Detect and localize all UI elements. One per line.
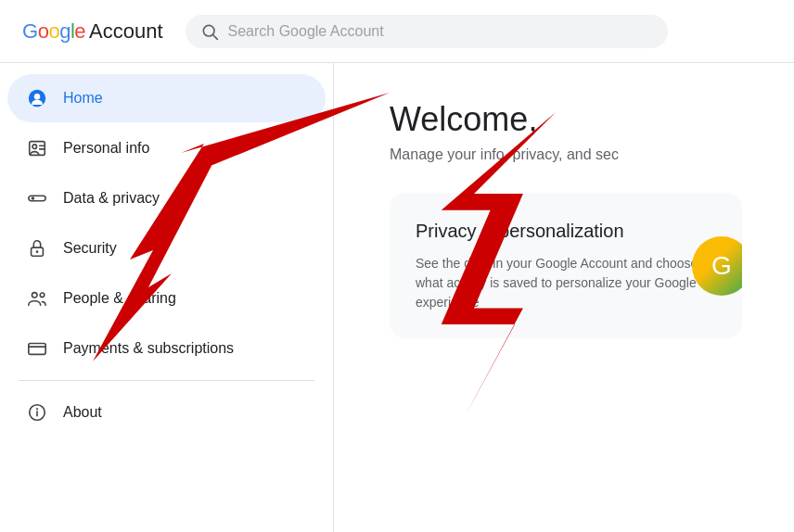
app-container: Google Account xyxy=(0,0,794,532)
sidebar-item-data-privacy-label: Data & privacy xyxy=(63,190,160,207)
sidebar-item-payments[interactable]: Payments & subscriptions xyxy=(7,324,326,373)
main-content: Welcome, Manage your info, privacy, and … xyxy=(334,63,794,532)
sidebar-item-payments-label: Payments & subscriptions xyxy=(63,340,234,357)
sidebar-item-home-label: Home xyxy=(63,90,103,107)
sidebar-item-personal-info[interactable]: Personal info xyxy=(7,124,326,172)
logo-account-text: Account xyxy=(89,19,163,44)
subtitle-text: Manage your info, privacy, and sec xyxy=(390,146,757,163)
layout: Home Personal info xyxy=(0,63,794,532)
welcome-heading: Welcome, xyxy=(390,100,757,139)
header: Google Account xyxy=(0,0,794,63)
svg-rect-14 xyxy=(29,344,45,355)
sidebar-item-security[interactable]: Security xyxy=(7,224,326,272)
logo: Google Account xyxy=(22,19,163,44)
data-privacy-icon xyxy=(26,187,48,209)
svg-point-9 xyxy=(32,196,35,200)
search-icon xyxy=(200,22,219,41)
logo-google-text: Google xyxy=(22,19,85,44)
sidebar-item-about-label: About xyxy=(63,404,102,421)
sidebar-item-people-sharing[interactable]: People & sharing xyxy=(7,274,326,323)
sidebar-item-people-sharing-label: People & sharing xyxy=(63,290,176,307)
search-bar[interactable] xyxy=(186,15,668,48)
svg-point-12 xyxy=(32,293,38,298)
home-icon xyxy=(26,87,48,109)
about-icon xyxy=(26,401,48,424)
sidebar-divider xyxy=(19,380,314,381)
svg-line-1 xyxy=(212,34,217,39)
red-arrow-graphic xyxy=(334,63,380,323)
red-arrow xyxy=(334,63,380,323)
svg-rect-8 xyxy=(29,196,45,201)
payments-icon xyxy=(26,337,48,360)
sidebar-item-personal-info-label: Personal info xyxy=(63,140,149,157)
people-sharing-icon xyxy=(26,287,48,310)
sidebar: Home Personal info xyxy=(0,63,334,532)
card-title: Privacy & personalization xyxy=(416,219,716,243)
svg-point-11 xyxy=(36,250,39,253)
sidebar-item-home[interactable]: Home xyxy=(7,74,326,122)
sidebar-item-security-label: Security xyxy=(63,240,117,257)
security-icon xyxy=(26,237,48,260)
privacy-card[interactable]: Privacy & personalization See the data i… xyxy=(390,193,742,338)
personal-info-icon xyxy=(26,137,48,159)
svg-point-13 xyxy=(40,293,45,298)
svg-point-3 xyxy=(34,94,40,99)
svg-point-5 xyxy=(32,145,37,149)
card-text: See the data in your Google Account and … xyxy=(416,254,716,312)
search-input[interactable] xyxy=(228,23,653,40)
sidebar-item-about[interactable]: About xyxy=(7,388,326,437)
sidebar-item-data-privacy[interactable]: Data & privacy xyxy=(7,174,326,222)
